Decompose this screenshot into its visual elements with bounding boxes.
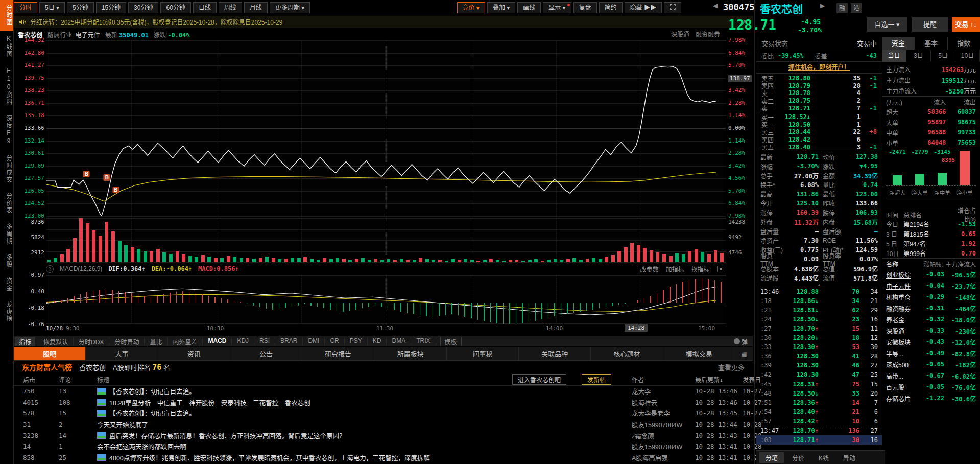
sector-name[interactable]: 养老金 bbox=[886, 315, 920, 324]
tick-row[interactable]: :39128.304627 bbox=[756, 361, 882, 370]
post-author[interactable]: z霜念颜 bbox=[632, 431, 693, 440]
tick-tab-分笔[interactable]: 分笔 bbox=[759, 452, 784, 463]
sector-name[interactable]: 安徽板块 bbox=[886, 338, 920, 346]
macd-pane[interactable] bbox=[46, 275, 726, 324]
toolbar-button-分时[interactable]: 分时 bbox=[14, 2, 37, 13]
toolbar-button-竞价 ▾[interactable]: 竞价 ▾ bbox=[457, 2, 485, 13]
indicator-PSY[interactable]: PSY bbox=[345, 337, 368, 346]
popup-toggle[interactable]: 弹 bbox=[734, 337, 748, 346]
toolbar-button-更多周期 ▾[interactable]: 更多周期 ▾ bbox=[270, 2, 310, 13]
toolbar-button-简约[interactable]: 简约 bbox=[599, 2, 623, 13]
fund-tab-资金[interactable]: 资金 bbox=[882, 37, 915, 50]
indicator-KDJ[interactable]: KDJ bbox=[232, 337, 254, 346]
post-title[interactable]: 盘后突发！存储芯片最新消息！香农芯创、方正科技冲高回落，背后竟是这个原因？ bbox=[109, 431, 346, 440]
tick-row[interactable]: :18128.86↓3421 bbox=[756, 296, 882, 306]
forum-tab-模拟交易[interactable]: 模拟交易 bbox=[663, 347, 735, 360]
toolbar-button-30分钟[interactable]: 30分钟 bbox=[128, 2, 158, 13]
indicator-CR[interactable]: CR bbox=[325, 337, 344, 346]
post-title[interactable]: 【香农芯创】：切记盲目去追。 bbox=[109, 386, 196, 396]
toolbar-button-隐藏 ▶▶[interactable]: 隐藏 ▶▶ bbox=[625, 2, 662, 13]
toolbar-button-复盘[interactable]: 复盘 bbox=[573, 2, 597, 13]
tick-row[interactable]: :33128.30↑5330 bbox=[756, 342, 882, 352]
tick-tab-异动[interactable]: 异动 bbox=[837, 452, 862, 463]
sidebar-item-F10资料[interactable]: F10资料 bbox=[0, 62, 13, 110]
sector-name[interactable]: 深成500 bbox=[886, 360, 920, 369]
post-title[interactable]: 【香农芯创】：切记盲目去追。 bbox=[109, 408, 196, 418]
new-post-button[interactable]: 发新帖 bbox=[582, 374, 611, 385]
sector-name[interactable]: 高带... bbox=[886, 372, 920, 380]
forum-tab-大事[interactable]: 大事 bbox=[86, 347, 158, 360]
view-more-link[interactable]: 查看更多 bbox=[718, 362, 745, 372]
post-author[interactable]: 股海祥云 bbox=[632, 398, 693, 407]
tick-tab-K线[interactable]: K线 bbox=[812, 452, 835, 463]
sector-row[interactable]: 高带...-0.67-6.82亿 bbox=[882, 370, 980, 381]
toolbar-button-日线[interactable]: 日线 bbox=[193, 2, 217, 13]
sidebar-item-多股[interactable]: 多股 bbox=[0, 249, 13, 273]
fullscreen-icon[interactable] bbox=[664, 2, 681, 13]
forum-tab-研究报告[interactable]: 研究报告 bbox=[302, 347, 374, 360]
rank-stock-name[interactable]: 香农芯创 bbox=[79, 362, 106, 372]
tick-row[interactable]: :42128.304725 bbox=[756, 370, 882, 379]
open-account-link[interactable]: 抓住机会，即刻开户！ bbox=[756, 62, 882, 74]
tick-row[interactable]: :24128.30↓2316 bbox=[756, 315, 882, 324]
sidebar-item-K线图[interactable]: K线图 bbox=[0, 31, 13, 62]
macd-close-icon[interactable]: ✕ bbox=[717, 266, 725, 272]
sector-row[interactable]: 深成500-0.65-182亿 bbox=[882, 359, 980, 370]
indicator-恢复默认[interactable]: 恢复默认 bbox=[38, 337, 74, 346]
toolbar-button-画线[interactable]: 画线 bbox=[517, 2, 541, 13]
sector-name[interactable]: 深股通 bbox=[886, 327, 920, 335]
sidebar-item-多周期[interactable]: 多周期 bbox=[0, 219, 13, 249]
tick-row[interactable]: :27128.70↑1511 bbox=[756, 324, 882, 333]
sector-name[interactable]: 电子元件 bbox=[886, 282, 920, 290]
sort-updated[interactable]: 最后更新↓ bbox=[695, 375, 742, 384]
sector-name[interactable]: 机构重仓 bbox=[886, 293, 920, 301]
sector-name[interactable]: 百元股 bbox=[886, 383, 920, 391]
sidebar-item-资金[interactable]: 资金 bbox=[0, 273, 13, 296]
post-title[interactable]: 会不会把这两天涨的都跌回去啊 bbox=[97, 442, 186, 451]
fund-tab-基本[interactable]: 基本 bbox=[915, 37, 947, 50]
post-author[interactable]: 龙大李是老李 bbox=[632, 408, 693, 418]
macd-action-改参数[interactable]: 改参数 bbox=[640, 265, 659, 273]
post-author[interactable]: 股友159907084W bbox=[632, 420, 693, 429]
sector-row[interactable]: 深股通-0.33-230亿 bbox=[882, 325, 980, 336]
period-tab-当日[interactable]: 当日 bbox=[882, 50, 906, 62]
tick-row[interactable]: :03128.71↑3016 bbox=[756, 435, 882, 445]
tick-row[interactable]: :51128.36↑147 bbox=[756, 398, 882, 407]
toolbar-button-月线[interactable]: 月线 bbox=[244, 2, 268, 13]
period-tab-3日[interactable]: 3日 bbox=[906, 50, 931, 62]
macd-action-加指标[interactable]: 加指标 bbox=[666, 265, 684, 273]
post-title[interactable]: 今天又开始没底了 bbox=[97, 420, 148, 429]
indicator-BRAR[interactable]: BRAR bbox=[275, 337, 303, 346]
forum-tab-资讯[interactable]: 资讯 bbox=[158, 347, 230, 360]
enter-forum-button[interactable]: 进入香农芯创吧 bbox=[512, 374, 566, 385]
sidebar-item-分时图[interactable]: 分时图 bbox=[0, 0, 13, 31]
toolbar-button-5日 ▾[interactable]: 5日 ▾ bbox=[39, 2, 65, 13]
indicator-KD[interactable]: KD bbox=[368, 337, 387, 346]
price-pane[interactable]: BBB bbox=[46, 40, 726, 217]
sidebar-item-龙虎榜[interactable]: 龙虎榜 bbox=[0, 296, 13, 327]
toolbar-button-周线[interactable]: 周线 bbox=[219, 2, 242, 13]
alert-button[interactable]: 提醒 bbox=[912, 17, 948, 32]
scroll-up-icon[interactable]: ▲ bbox=[756, 283, 882, 287]
post-author[interactable]: 龙大李 bbox=[632, 386, 693, 396]
period-tab-10日[interactable]: 10日 bbox=[955, 50, 980, 62]
forum-tab-公告[interactable]: 公告 bbox=[230, 347, 302, 360]
sidebar-item-深度F9[interactable]: 深度F9 bbox=[0, 110, 13, 150]
tick-row[interactable]: 13:47128.70↑13627 bbox=[756, 426, 882, 435]
period-tab-5日[interactable]: 5日 bbox=[931, 50, 955, 62]
indicator-分时DDX[interactable]: 分时DDX bbox=[74, 337, 109, 346]
indicator-MACD[interactable]: MACD bbox=[203, 337, 232, 346]
tick-row[interactable]: :48128.30↓3320 bbox=[756, 389, 882, 398]
toolbar-button-60分钟[interactable]: 60分钟 bbox=[160, 2, 190, 13]
volume-pane[interactable] bbox=[46, 218, 726, 263]
indicator-RSI[interactable]: RSI bbox=[254, 337, 275, 346]
macd-action-换指标[interactable]: 换指标 bbox=[691, 265, 710, 273]
tick-tab-分价[interactable]: 分价 bbox=[786, 452, 810, 463]
toolbar-button-5分钟[interactable]: 5分钟 bbox=[67, 2, 94, 13]
indicator-内外盘差[interactable]: 内外盘差 bbox=[168, 337, 203, 346]
post-title[interactable]: 4000点博弈升级！兆易创新、胜宏科技领涨，平潭发展暗藏机会，其中香农芯创，上海… bbox=[109, 453, 430, 462]
sector-row[interactable]: 安徽板块-0.43-12.0亿 bbox=[882, 336, 980, 347]
forum-tab-问董秘[interactable]: 问董秘 bbox=[447, 347, 519, 360]
indicator-TRIX[interactable]: TRIX bbox=[411, 337, 436, 346]
tick-row[interactable]: :54128.40↑216 bbox=[756, 407, 882, 416]
